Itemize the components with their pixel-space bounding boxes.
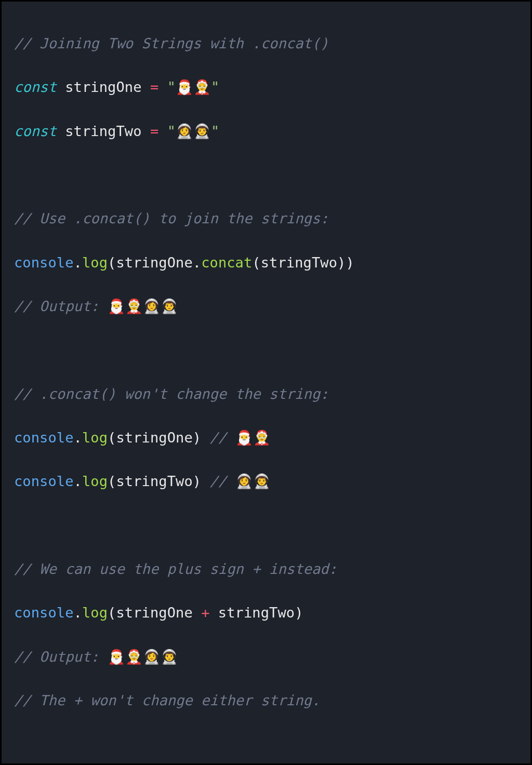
dot: . [74,430,82,446]
log-method: log [82,605,108,621]
keyword: const [14,123,57,139]
code-line: const stringTwo = "👩‍🚀👨‍🚀" [14,120,518,142]
code-line: console.log(stringTwo) // 👩‍🚀👨‍🚀 [14,471,518,492]
dot: . [74,473,82,489]
code-line: // Use .concat() to join the strings: [14,208,518,230]
santa-emoji: 🎅 [108,298,125,314]
dot: . [74,254,82,271]
paren: ) [193,473,210,489]
code-line: console.log(stringOne + stringTwo) [14,602,518,624]
keyword: const [14,79,57,95]
paren: ( [108,473,116,489]
santa-emoji: 🎅 [108,649,125,665]
paren: ) [193,430,210,446]
astronaut-f-emoji: 👩‍🚀 [176,123,193,139]
identifier: stringTwo [210,605,295,621]
comment-prefix: // [210,473,235,489]
code-line: // We can use the plus sign + instead: [14,558,518,580]
comment-prefix: // Output: [14,298,108,314]
plus-operator: + [201,605,209,621]
console-object: console [14,605,74,621]
identifier: stringOne [57,79,150,95]
comment-text: // We can use the plus sign + instead: [14,561,337,577]
log-method: log [82,430,108,446]
comment-text: // Joining Two Strings with .concat() [14,35,329,51]
paren: ( [108,430,116,446]
string-close: " [211,123,219,139]
comment-text: // Output: 🎅🤶👩‍🚀👨‍🚀 [14,298,178,314]
paren: ( [108,605,116,621]
identifier: stringOne [116,254,192,271]
dot: . [74,605,82,621]
comment-prefix: // [210,430,235,446]
astronaut-f-emoji: 👩‍🚀 [235,473,253,489]
identifier: stringTwo [57,123,150,139]
comment-text: // Use .concat() to join the strings: [14,210,329,226]
code-block: // Joining Two Strings with .concat() co… [0,0,532,765]
mrsclaus-emoji: 🤶 [253,430,271,446]
santa-emoji: 🎅 [235,430,253,446]
blank-line [14,164,518,186]
paren: ( [108,254,116,271]
identifier: stringTwo [261,254,337,271]
code-line: console.log(stringOne) // 🎅🤶 [14,427,518,449]
paren: )) [337,254,354,271]
identifier: stringTwo [116,473,192,489]
astronaut-m-emoji: 👨‍🚀 [193,123,211,139]
console-object: console [14,430,74,446]
mrsclaus-emoji: 🤶 [125,649,143,665]
astronaut-f-emoji: 👩‍🚀 [143,298,161,314]
comment-prefix: // Output: [14,649,108,665]
console-object: console [14,254,74,271]
string-open: " [158,123,176,139]
astronaut-f-emoji: 👩‍🚀 [143,649,161,665]
code-line: // The + won't change either string. [14,690,518,712]
code-line: const stringOne = "🎅🤶" [14,76,518,98]
operator: = [150,123,158,139]
log-method: log [82,473,108,489]
log-method: log [82,254,108,271]
comment-text: // 👩‍🚀👨‍🚀 [210,473,271,489]
code-line: // Output: 🎅🤶👩‍🚀👨‍🚀 [14,296,518,317]
astronaut-m-emoji: 👨‍🚀 [161,298,178,314]
string-open: " [158,79,176,95]
comment-text: // The + won't change either string. [14,692,320,708]
comment-text: // Output: 🎅🤶👩‍🚀👨‍🚀 [14,649,178,665]
santa-emoji: 🎅 [176,79,193,95]
comment-text: // .concat() won't change the string: [14,386,329,402]
code-line: console.log(stringOne.concat(stringTwo)) [14,252,518,274]
concat-method: concat [201,254,252,271]
mrsclaus-emoji: 🤶 [193,79,211,95]
dot: . [193,254,201,271]
blank-line [14,515,518,536]
paren: ) [295,605,303,621]
identifier: stringOne [116,605,201,621]
mrsclaus-emoji: 🤶 [125,298,143,314]
astronaut-m-emoji: 👨‍🚀 [161,649,178,665]
astronaut-m-emoji: 👨‍🚀 [253,473,271,489]
paren: ( [252,254,260,271]
code-line: // Joining Two Strings with .concat() [14,33,518,55]
code-line: // .concat() won't change the string: [14,383,518,405]
operator: = [150,79,158,95]
identifier: stringOne [116,430,192,446]
string-close: " [211,79,219,95]
blank-line [14,339,518,361]
console-object: console [14,473,74,489]
blank-line [14,733,518,755]
code-line: // Output: 🎅🤶👩‍🚀👨‍🚀 [14,646,518,668]
comment-text: // 🎅🤶 [210,430,271,446]
